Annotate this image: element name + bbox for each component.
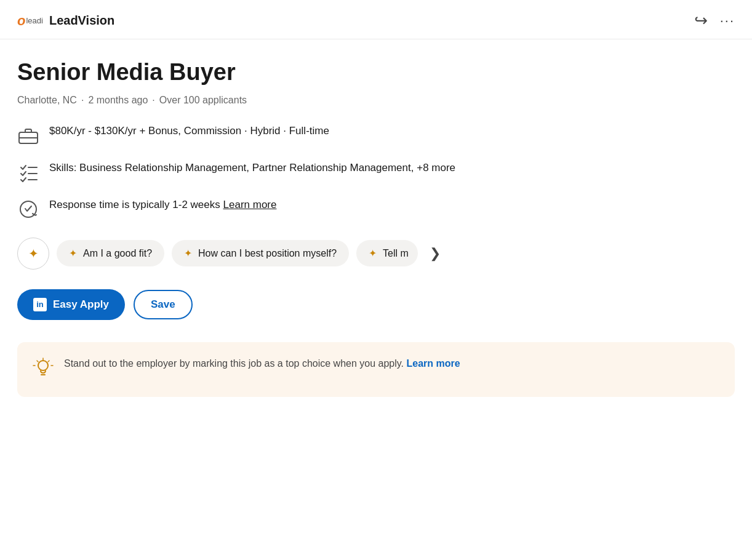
main-content: Senior Media Buyer Charlotte, NC · 2 mon… [0, 39, 752, 414]
compensation-row: $80K/yr - $130K/yr + Bonus, Commission ·… [17, 123, 735, 146]
highlight-box: Stand out to the employer by marking thi… [17, 342, 735, 397]
ai-chip-tell[interactable]: ✦ Tell m [356, 240, 418, 266]
response-time-text: Response time is typically 1-2 weeks Lea… [49, 197, 276, 213]
response-time-row: Response time is typically 1-2 weeks Lea… [17, 197, 735, 220]
highlight-learn-more-link[interactable]: Learn more [406, 358, 460, 369]
job-posted: 2 months ago [88, 95, 148, 106]
ai-star-icon: ✦ [28, 246, 39, 261]
svg-line-9 [48, 361, 49, 362]
ai-icon-button[interactable]: ✦ [17, 238, 49, 270]
job-applicants: Over 100 applicants [159, 95, 247, 106]
ai-chip-star-3: ✦ [369, 247, 377, 259]
logo-suffix: leadi [26, 16, 42, 25]
meta-dot-1: · [81, 95, 84, 106]
compensation-text: $80K/yr - $130K/yr + Bonus, Commission ·… [49, 123, 329, 139]
more-menu-icon[interactable]: ··· [720, 13, 735, 29]
ai-chip-position[interactable]: ✦ How can I best position myself? [172, 240, 349, 266]
highlight-text: Stand out to the employer by marking thi… [64, 356, 460, 372]
job-title: Senior Media Buyer [17, 59, 735, 86]
job-location: Charlotte, NC [17, 95, 77, 106]
save-button[interactable]: Save [134, 290, 193, 319]
ai-chip-fit[interactable]: ✦ Am I a good fit? [57, 240, 164, 266]
checklist-icon [17, 161, 39, 183]
meta-dot-2: · [152, 95, 154, 106]
ai-chip-tell-label: Tell m [383, 248, 409, 259]
easy-apply-button[interactable]: in Easy Apply [17, 289, 125, 320]
briefcase-icon [17, 124, 39, 146]
logo-o-letter: o [17, 13, 25, 29]
logo-area: oleadi LeadVision [17, 13, 114, 29]
action-buttons: in Easy Apply Save [17, 289, 735, 320]
ai-chip-position-label: How can I best position myself? [198, 248, 337, 259]
job-meta: Charlotte, NC · 2 months ago · Over 100 … [17, 95, 735, 106]
clock-icon [17, 198, 39, 220]
chevron-right-icon[interactable]: ❯ [425, 244, 445, 263]
easy-apply-label: Easy Apply [53, 298, 109, 311]
logo-icon: oleadi [17, 13, 43, 29]
header: oleadi LeadVision ↩ ··· [0, 0, 752, 39]
response-time-link[interactable]: Learn more [223, 199, 277, 210]
svg-point-6 [38, 361, 48, 370]
ai-chip-fit-label: Am I a good fit? [83, 248, 152, 259]
ai-chip-star-2: ✦ [184, 247, 192, 259]
ai-suggestions: ✦ ✦ Am I a good fit? ✦ How can I best po… [17, 238, 735, 270]
header-actions: ↩ ··· [694, 11, 735, 30]
logo-brand: LeadVision [49, 14, 114, 28]
ai-chip-star-1: ✦ [69, 247, 77, 259]
svg-line-10 [37, 361, 38, 362]
lightbulb-icon [32, 357, 54, 383]
skills-row: Skills: Business Relationship Management… [17, 160, 735, 183]
linkedin-in-icon: in [33, 298, 47, 311]
skills-text: Skills: Business Relationship Management… [49, 160, 455, 176]
share-icon[interactable]: ↩ [694, 11, 708, 30]
